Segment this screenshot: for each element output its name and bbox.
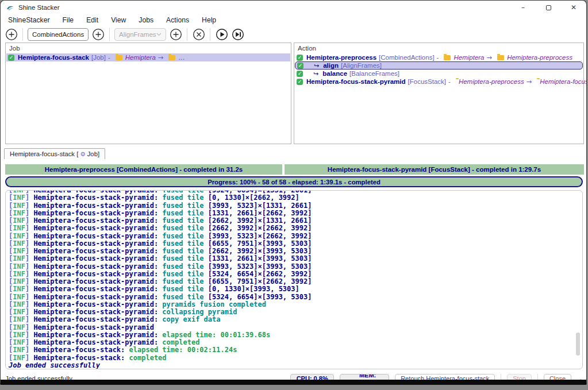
log-scrollbar[interactable] [575,192,581,368]
log-source-name: Hemiptera-focus-stack-pyramid: [33,293,162,301]
checkbox-checked-icon[interactable]: ✓ [297,63,303,69]
action-type-value: AlignFrames [119,31,156,38]
menu-item-jobs[interactable]: Jobs [132,16,160,24]
log-level: INF [13,338,25,346]
log-message: [1331, 2661]×[3993, 5303] [208,254,312,262]
log-line: [INF] Hemiptera-focus-stack-pyramid: fus… [9,202,582,210]
toolbar-separator [210,28,210,41]
log-level: INF [13,323,25,331]
close-window-button[interactable]: ✕ [561,1,586,14]
log-message: completed [129,354,167,362]
tree-row-Hemiptera-focus-stack[interactable]: ✓Hemiptera-focus-stack[Job]-Hemiptera→… [6,53,290,61]
job-panel-header: Job [6,43,291,53]
log-source-name: Hemiptera-focus-stack-pyramid: [33,308,162,316]
log-line: [INF] Hemiptera-focus-stack-pyramid: fus… [9,285,582,293]
cpu-usage-label: CPU: 0.8% [297,375,328,382]
tree-row-Hemiptera-focus-stack-pyramid[interactable]: ✓Hemiptera-focus-stack-pyramid[FocusStac… [295,78,583,86]
log-line: [INF] Hemiptera-focus-stack-pyramid [9,324,582,331]
tree-row-balance[interactable]: ✓↪balance[BalanceFrames] [295,69,583,78]
window-title: Shine Stacker [18,4,60,11]
log-source-name: Hemiptera-focus-stack-pyramid: [33,224,162,232]
close-button[interactable]: Close [544,374,571,384]
checkbox-checked-icon[interactable]: ✓ [297,79,303,85]
menu-item-shinestacker[interactable]: ShineStacker [2,16,56,24]
retouch-button[interactable]: Retouch Hemiptera-focus-stack [395,374,495,384]
menu-bar: ShineStackerFileEditViewJobsActionsHelp [1,14,586,26]
row-type-label: [CombinedActions] [379,54,435,61]
mem-usage-badge: MEM: 48.3% [340,374,389,384]
app-window: Shine Stacker – ✕ ShineStackerFileEditVi… [0,0,587,385]
scrollbar-thumb[interactable] [576,333,580,356]
stop-button[interactable]: Stop [507,374,532,384]
tab-job-log[interactable]: Hemiptera-focus-stack [ ⚙ Job] [4,148,105,159]
log-source-name: Hemiptera-focus-stack-pyramid: [33,240,162,248]
arrow-right-icon: → [487,53,493,61]
log-source-name: Hemiptera-focus-stack-pyramid: [33,262,162,271]
dest-folder-name: … [178,54,185,61]
log-source-name: Hemiptera-focus-stack-pyramid: [33,300,162,308]
add-sub-action-button[interactable] [169,28,182,41]
add-job-button[interactable] [5,28,18,41]
log-level: INF [13,224,25,232]
menu-item-actions[interactable]: Actions [160,16,195,24]
tree-row-align[interactable]: ✓↪align[AlignFrames] [295,61,583,69]
log-message: [0, 1330]×[2662, 3992] [208,194,299,202]
row-name: align [323,62,339,69]
log-message: [6655, 7951]×[2662, 3992] [208,277,312,285]
log-line: [INF] Hemiptera-focus-stack-pyramid: fus… [9,240,582,248]
plus-circle-icon [5,28,18,41]
resize-grip[interactable] [577,379,582,384]
row-name: balance [322,70,347,77]
gear-icon: ⚙ [80,150,85,157]
log-source-name: Hemiptera-focus-stack-pyramid: [33,331,162,339]
run-job-button[interactable] [215,28,228,41]
action-tree: ✓Hemiptera-preprocess[CombinedActions]-H… [294,53,583,86]
menu-item-help[interactable]: Help [195,16,222,24]
log-line: [INF] Hemiptera-focus-stack-pyramid: fus… [9,294,582,301]
log-message: fused tile [162,224,207,232]
job-type-dropdown[interactable]: CombinedActions [28,28,89,41]
log-level: INF [13,202,25,210]
menu-item-file[interactable]: File [56,16,80,24]
maximize-icon [546,5,551,10]
folder-icon [444,55,451,60]
checkbox-checked-icon[interactable]: ✓ [8,55,14,61]
maximize-button[interactable] [536,1,561,14]
minimize-icon: – [521,3,525,11]
menu-item-edit[interactable]: Edit [80,16,105,24]
log-source-name: Hemiptera-focus-stack-pyramid: [33,315,162,323]
log-message: elapsed time: 00:02:11.24s [129,346,237,354]
log-message: completed [162,338,199,346]
checkbox-checked-icon[interactable]: ✓ [297,55,303,61]
statusbar-separator [501,374,501,383]
log-line: [INF] Hemiptera-focus-stack-pyramid: fus… [9,278,582,285]
status-message: Job ended successfully [5,375,285,382]
add-combined-action-button[interactable] [91,28,105,41]
log-line: [INF] Hemiptera-focus-stack-pyramid: pyr… [9,301,582,308]
log-message: collapsing pyramid [162,308,237,316]
log-area[interactable]: [INF] Hemiptera-focus-stack-pyramid: fus… [5,190,583,369]
log-message: [6655, 7951]×[3993, 5303] [208,240,312,248]
log-level: INF [13,270,25,278]
log-message: Job ended successfully [9,361,100,369]
log-source-name: Hemiptera-focus-stack-pyramid: [33,232,162,240]
log-line: [INF] Hemiptera-focus-stack-pyramid: fus… [9,225,582,232]
log-level: INF [13,308,25,316]
log-source-name: Hemiptera-focus-stack: [33,346,129,354]
run-all-jobs-button[interactable] [231,28,244,41]
delete-item-button[interactable] [192,28,205,41]
row-name: Hemiptera-focus-stack-pyramid [306,78,406,85]
plus-circle-icon [92,28,105,41]
checkbox-checked-icon[interactable]: ✓ [297,71,303,77]
menu-item-view[interactable]: View [105,16,132,24]
app-icon [6,3,14,11]
log-level: INF [13,300,25,308]
action-type-dropdown[interactable]: AlignFrames [114,28,166,41]
minimize-button[interactable]: – [510,1,536,14]
log-level: INF [13,331,25,339]
chevron-down-icon [156,33,162,36]
tree-row-Hemiptera-preprocess[interactable]: ✓Hemiptera-preprocess[CombinedActions]-H… [295,53,583,61]
log-content: [INF] Hemiptera-focus-stack-pyramid: fus… [6,190,582,369]
log-message: fused tile [162,194,207,202]
log-level: INF [13,262,25,271]
